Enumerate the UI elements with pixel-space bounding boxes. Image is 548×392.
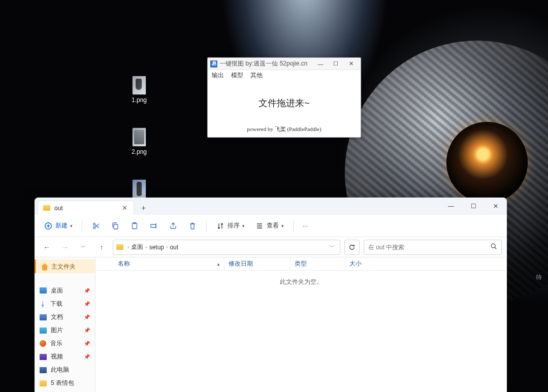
address-bar[interactable]: › 桌面 › setup › out ﹀ <box>113 240 340 255</box>
drop-hint-text: 文件拖进来~ <box>259 97 310 109</box>
sort-button[interactable]: 排序 ▾ <box>212 218 249 234</box>
picture-icon <box>40 328 47 334</box>
new-button[interactable]: 新建 ▾ <box>40 218 77 234</box>
empty-folder-message: 此文件夹为空。 <box>95 271 507 293</box>
share-icon <box>169 221 178 231</box>
nav-forward-button[interactable]: → <box>58 240 72 254</box>
chevron-down-icon: ▾ <box>281 223 284 228</box>
sidebar-item-label: 文档 <box>51 313 63 321</box>
search-icon[interactable] <box>490 243 497 251</box>
sidebar-spacer <box>35 273 95 284</box>
explorer-tab-bar: out ✕ ＋ — ☐ ✕ <box>35 198 507 215</box>
app-footer: powered by 飞桨 (PaddlePaddle) <box>208 125 361 137</box>
copy-button[interactable] <box>107 218 124 234</box>
nav-recent-dropdown[interactable]: ﹀ <box>76 240 90 254</box>
nav-back-button[interactable]: ← <box>40 240 54 254</box>
chevron-down-icon: ▾ <box>242 223 245 228</box>
breadcrumb-out[interactable]: out <box>170 244 178 251</box>
svg-rect-6 <box>151 224 156 227</box>
minimize-button[interactable]: — <box>313 58 328 70</box>
explorer-nav-row: ← → ﹀ ↑ › 桌面 › setup › out ﹀ <box>35 237 507 257</box>
breadcrumb-setup[interactable]: setup <box>149 244 164 251</box>
sidebar-item-pictures[interactable]: 图片📌 <box>35 324 95 337</box>
maximize-button[interactable]: ☐ <box>328 58 343 70</box>
delete-button[interactable] <box>184 218 201 234</box>
desktop-file-1png[interactable]: 1.png <box>132 76 147 104</box>
column-headers: 名称▴ 修改日期 类型 大小 <box>95 257 507 271</box>
menu-output[interactable]: 输出 <box>212 71 224 80</box>
cut-button[interactable] <box>87 218 105 234</box>
menu-model[interactable]: 模型 <box>231 71 243 80</box>
new-label: 新建 <box>55 221 68 230</box>
sidebar-item-downloads[interactable]: ⭳下载📌 <box>35 297 95 310</box>
rename-icon <box>149 221 158 231</box>
close-button[interactable]: ✕ <box>343 58 359 70</box>
column-date[interactable]: 修改日期 <box>224 257 291 270</box>
search-box[interactable] <box>364 240 502 255</box>
sidebar-group-label: 主文件夹 <box>51 263 76 271</box>
app-title: 一键抠图 by:逍遥一仙 52pojie.cn <box>219 59 313 68</box>
sidebar-item-label: 图片 <box>51 326 63 335</box>
column-name[interactable]: 名称▴ <box>114 257 224 270</box>
desktop-icon <box>40 287 47 293</box>
explorer-minimize-button[interactable]: — <box>440 198 462 215</box>
nav-up-button[interactable]: ↑ <box>94 240 109 254</box>
chevron-down-icon: ▾ <box>70 223 73 228</box>
breadcrumb-desktop[interactable]: 桌面 <box>131 243 143 251</box>
drop-zone[interactable]: 文件拖进来~ <box>208 80 361 125</box>
ellipsis-icon: ··· <box>303 222 308 230</box>
menu-other[interactable]: 其他 <box>250 71 263 80</box>
explorer-tab-out[interactable]: out ✕ <box>38 201 134 215</box>
sidebar-item-documents[interactable]: 文档📌 <box>35 310 95 323</box>
pin-icon[interactable]: 📌 <box>84 341 90 346</box>
chevron-right-icon: › <box>166 244 168 250</box>
trash-icon <box>188 221 197 231</box>
svg-point-7 <box>491 244 495 248</box>
pin-icon[interactable]: 📌 <box>84 301 90 307</box>
pin-icon[interactable]: 📌 <box>84 354 90 360</box>
svg-rect-3 <box>114 224 118 229</box>
chevron-right-icon: › <box>145 244 147 250</box>
sidebar-item-videos[interactable]: 视频📌 <box>35 350 95 364</box>
separator <box>293 220 294 232</box>
column-size[interactable]: 大小 <box>345 257 381 270</box>
new-tab-button[interactable]: ＋ <box>136 201 150 215</box>
wallpaper-lens <box>446 122 528 203</box>
paste-icon <box>130 221 139 231</box>
more-button[interactable]: ··· <box>299 218 312 234</box>
copy-icon <box>111 221 120 231</box>
sidebar-group-home[interactable]: 主文件夹 <box>35 259 95 273</box>
download-icon: ⭳ <box>40 300 46 308</box>
pin-icon[interactable]: 📌 <box>84 314 90 320</box>
svg-point-1 <box>93 226 95 228</box>
app-titlebar[interactable]: 易 一键抠图 by:逍遥一仙 52pojie.cn — ☐ ✕ <box>208 58 361 70</box>
folder-icon <box>40 380 47 386</box>
explorer-toolbar: 新建 ▾ 排序 ▾ 查看 ▾ ··· <box>35 215 507 237</box>
sidebar-item-desktop[interactable]: 桌面📌 <box>35 284 95 297</box>
separator <box>206 220 207 232</box>
desktop-file-2png[interactable]: 2.png <box>132 128 147 155</box>
tab-close-button[interactable]: ✕ <box>121 203 128 213</box>
pin-icon[interactable]: 📌 <box>84 288 90 293</box>
folder-icon <box>116 244 123 250</box>
share-button[interactable] <box>165 218 182 234</box>
pin-icon[interactable]: 📌 <box>84 328 90 333</box>
explorer-maximize-button[interactable]: ☐ <box>462 198 485 215</box>
search-input[interactable] <box>368 244 487 251</box>
refresh-button[interactable] <box>344 240 360 255</box>
matting-app-window: 易 一键抠图 by:逍遥一仙 52pojie.cn — ☐ ✕ 输出 模型 其他… <box>207 57 361 138</box>
sidebar-item-label: 下载 <box>50 300 62 308</box>
sidebar-item-label: 此电脑 <box>51 366 69 374</box>
explorer-close-button[interactable]: ✕ <box>485 198 507 215</box>
home-icon <box>41 264 48 271</box>
sidebar-item-thispc[interactable]: 此电脑 <box>35 364 95 377</box>
column-type[interactable]: 类型 <box>291 257 345 270</box>
address-dropdown[interactable]: ﹀ <box>327 243 337 251</box>
sidebar-item-music[interactable]: 音乐📌 <box>35 337 95 350</box>
rename-button[interactable] <box>145 218 163 234</box>
svg-point-2 <box>93 223 95 225</box>
sidebar-resize-handle[interactable] <box>95 253 98 392</box>
view-button[interactable]: 查看 ▾ <box>251 218 288 234</box>
paste-button[interactable] <box>126 218 143 234</box>
sidebar-item-emoji[interactable]: 5 表情包 <box>35 377 95 390</box>
